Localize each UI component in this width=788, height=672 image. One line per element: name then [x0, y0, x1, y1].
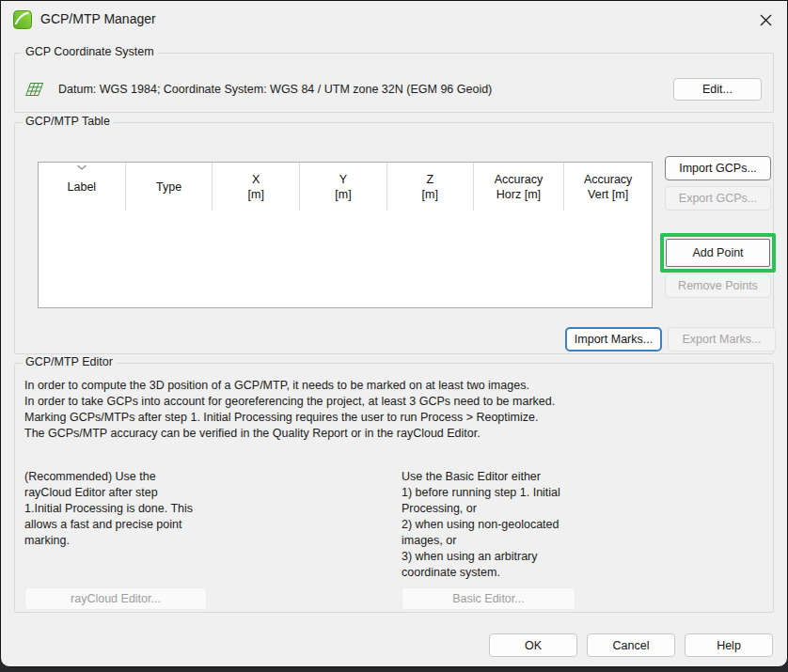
window-title: GCP/MTP Manager	[40, 11, 156, 26]
help-button[interactable]: Help	[685, 633, 773, 657]
note-line: Use the Basic Editor either	[402, 469, 560, 485]
raycloud-editor-button: rayCloud Editor...	[24, 587, 207, 610]
column-header-type[interactable]: Type	[126, 163, 213, 211]
column-header-accuracy-horz[interactable]: Accuracy Horz [m]	[474, 163, 565, 211]
edit-button[interactable]: Edit...	[673, 78, 762, 101]
import-gcps-button[interactable]: Import GCPs...	[665, 156, 771, 180]
datum-summary: Datum: WGS 1984; Coordinate System: WGS …	[58, 83, 762, 96]
ok-button[interactable]: OK	[489, 633, 577, 657]
column-header-label[interactable]: Label	[39, 163, 126, 211]
note-line: coordinate system.	[402, 565, 560, 581]
coordinate-system-row: Datum: WGS 1984; Coordinate System: WGS …	[24, 78, 762, 101]
basic-editor-note-text: Use the Basic Editor either 1) before ru…	[402, 469, 560, 581]
note-line: (Recommended) Use the	[24, 469, 193, 485]
import-marks-button[interactable]: Import Marks...	[565, 327, 662, 352]
raycloud-note-text: (Recommended) Use the rayCloud Editor af…	[24, 469, 193, 549]
column-header-y[interactable]: Y [m]	[300, 163, 387, 211]
note-line: rayCloud Editor after step	[24, 485, 193, 501]
note-line: marking.	[24, 533, 193, 549]
note-line: 1.Initial Processing is done. This	[24, 501, 193, 517]
add-point-button[interactable]: Add Point	[666, 239, 770, 267]
gcp-table-group: GCP/MTP Table Label Type X [m] Y [m] Z […	[14, 122, 774, 354]
note-line: images, or	[402, 533, 560, 549]
note-line: 2) when using non-geolocated	[402, 517, 560, 533]
coordinate-system-group: GCP Coordinate System Datum: WGS 1984; C…	[14, 53, 774, 113]
note-line: 3) when using an arbitrary	[402, 549, 560, 565]
note-line: allows a fast and precise point	[24, 517, 193, 533]
note-line: Processing, or	[402, 501, 560, 517]
add-point-highlight-box: Add Point	[660, 233, 776, 273]
gcp-table-body	[39, 211, 652, 307]
intro-line: In order to take GCPs into account for g…	[24, 394, 555, 410]
sort-indicator-icon	[76, 164, 87, 170]
gcp-table: Label Type X [m] Y [m] Z [m] Accuracy Ho…	[38, 162, 653, 308]
title-bar: GCP/MTP Manager	[1, 1, 787, 39]
coordinate-grid-icon	[24, 82, 47, 97]
export-gcps-button: Export GCPs...	[665, 186, 771, 211]
export-marks-button: Export Marks...	[668, 327, 776, 352]
intro-line: Marking GCPs/MTPs after step 1. Initial …	[24, 410, 555, 426]
pix4d-app-icon	[13, 10, 32, 29]
remove-points-button: Remove Points	[665, 273, 771, 298]
gcp-table-group-label: GCP/MTP Table	[22, 115, 114, 128]
column-header-accuracy-vert[interactable]: Accuracy Vert [m]	[564, 163, 652, 211]
note-line: 1) before running step 1. Initial	[402, 485, 560, 501]
cancel-button[interactable]: Cancel	[587, 633, 675, 657]
column-header-x[interactable]: X [m]	[213, 163, 300, 211]
editor-intro-text: In order to compute the 3D position of a…	[24, 378, 555, 442]
gcp-table-header: Label Type X [m] Y [m] Z [m] Accuracy Ho…	[39, 163, 652, 211]
coordinate-system-group-label: GCP Coordinate System	[22, 45, 158, 58]
basic-editor-button: Basic Editor...	[402, 587, 575, 610]
gcp-editor-group: GCP/MTP Editor In order to compute the 3…	[14, 363, 774, 613]
intro-line: The GCPs/MTP accuracy can be verified in…	[24, 426, 555, 442]
intro-line: In order to compute the 3D position of a…	[24, 378, 555, 394]
gcp-editor-group-label: GCP/MTP Editor	[22, 355, 117, 368]
gcp-mtp-manager-dialog: GCP/MTP Manager GCP Coordinate System Da…	[0, 0, 788, 667]
close-icon[interactable]	[750, 7, 780, 33]
column-header-z[interactable]: Z [m]	[387, 163, 474, 211]
